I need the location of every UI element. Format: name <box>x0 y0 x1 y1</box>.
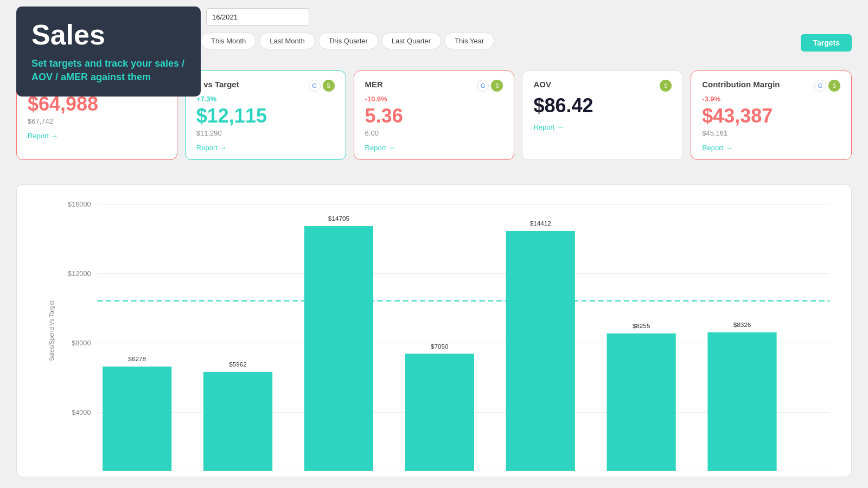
card5-sub: $45,161 <box>702 129 840 137</box>
chart-svg: $16000 $12000 $8000 $4000 $6278 $5962 $1… <box>55 194 840 471</box>
filter-this-year[interactable]: This Year <box>444 33 494 49</box>
card2-title: d vs Target <box>196 80 239 89</box>
chart-container: Sales/Spend Vs Target $16000 $12000 $800… <box>16 184 852 477</box>
svg-text:$8255: $8255 <box>633 322 650 329</box>
filter-last-month[interactable]: Last Month <box>259 33 315 49</box>
filter-bar: This Month Last Month This Quarter Last … <box>201 33 852 49</box>
app-title: Sales <box>31 20 186 50</box>
card4-value: $86.42 <box>533 95 672 117</box>
bar-feb <box>203 372 272 471</box>
card2-value: $12,115 <box>196 105 335 127</box>
svg-text:$4000: $4000 <box>72 408 91 416</box>
filter-this-quarter[interactable]: This Quarter <box>318 33 378 49</box>
page-wrapper: Sales Set targets and track your sales /… <box>0 0 868 488</box>
svg-text:$14705: $14705 <box>328 215 350 222</box>
card4-title: AOV <box>533 80 551 89</box>
svg-text:$5962: $5962 <box>229 361 247 368</box>
app-subtitle: Set targets and track your sales / AOV /… <box>31 57 186 84</box>
card5-pct: -3.9% <box>702 95 840 103</box>
card4-icons: S <box>660 80 672 92</box>
shopify-icon-mer: S <box>491 80 503 92</box>
shopify-icon: S <box>323 80 335 92</box>
filter-last-quarter[interactable]: Last Quarter <box>381 33 441 49</box>
card3-icons: G S <box>477 80 503 92</box>
svg-text:$6278: $6278 <box>128 355 146 362</box>
card-contribution: Contribution Margin G S -3.9% $43,387 $4… <box>691 70 852 160</box>
card2-report[interactable]: Report → <box>196 144 335 152</box>
sidebar-tooltip: Sales Set targets and track your sales /… <box>16 7 201 97</box>
svg-text:$14412: $14412 <box>530 220 551 227</box>
date-input[interactable] <box>206 8 309 25</box>
shopify-icon-aov: S <box>660 80 672 92</box>
card5-report[interactable]: Report → <box>702 144 840 152</box>
chart-y-label: Sales/Spend Vs Target <box>48 300 55 361</box>
card5-title: Contribution Margin <box>702 80 780 89</box>
bar-jan <box>103 367 171 471</box>
card3-title: MER <box>365 80 383 89</box>
card5-value: $43,387 <box>702 105 840 127</box>
card-mer: MER G S -10.6% 5.36 6.00 Report → <box>354 70 515 160</box>
card5-header: Contribution Margin G S <box>702 80 840 92</box>
card3-pct: -10.6% <box>365 95 503 103</box>
targets-button[interactable]: Targets <box>801 34 852 52</box>
card3-value: 5.36 <box>365 105 503 127</box>
google-icon-mer: G <box>477 80 489 92</box>
svg-text:$7050: $7050 <box>431 343 449 350</box>
google-icon: G <box>309 80 321 92</box>
card2-pct: +7.3% <box>196 95 335 103</box>
svg-text:$12000: $12000 <box>68 269 91 278</box>
card3-report[interactable]: Report → <box>365 144 503 152</box>
card4-report[interactable]: Report → <box>533 123 672 131</box>
card1-report[interactable]: Report → <box>28 132 166 140</box>
card3-header: MER G S <box>365 80 503 92</box>
svg-text:$8000: $8000 <box>72 339 91 347</box>
card2-icons: G S <box>309 80 335 92</box>
card5-icons: G S <box>814 80 840 92</box>
card3-sub: 6.00 <box>365 129 503 137</box>
bar-apr <box>405 354 474 471</box>
card4-header: AOV S <box>533 80 672 92</box>
card1-value: $64,988 <box>28 93 166 115</box>
bar-jun <box>607 333 676 471</box>
bar-may <box>506 231 575 471</box>
card-aov: AOV S $86.42 Report → <box>522 70 683 160</box>
svg-text:$8326: $8326 <box>733 321 751 328</box>
shopify-icon-cm: S <box>828 80 840 92</box>
card2-sub: $11,290 <box>196 129 335 137</box>
card2-header: d vs Target G S <box>196 80 335 92</box>
card1-sub: $67,742 <box>28 117 166 125</box>
card-spend-vs-target: d vs Target G S +7.3% $12,115 $11,290 Re… <box>185 70 346 160</box>
top-bar <box>206 8 852 25</box>
bar-mar <box>304 226 373 471</box>
bar-jul <box>707 332 776 471</box>
svg-text:$16000: $16000 <box>68 200 91 208</box>
filter-this-month[interactable]: This Month <box>201 33 256 49</box>
google-icon-cm: G <box>814 80 826 92</box>
